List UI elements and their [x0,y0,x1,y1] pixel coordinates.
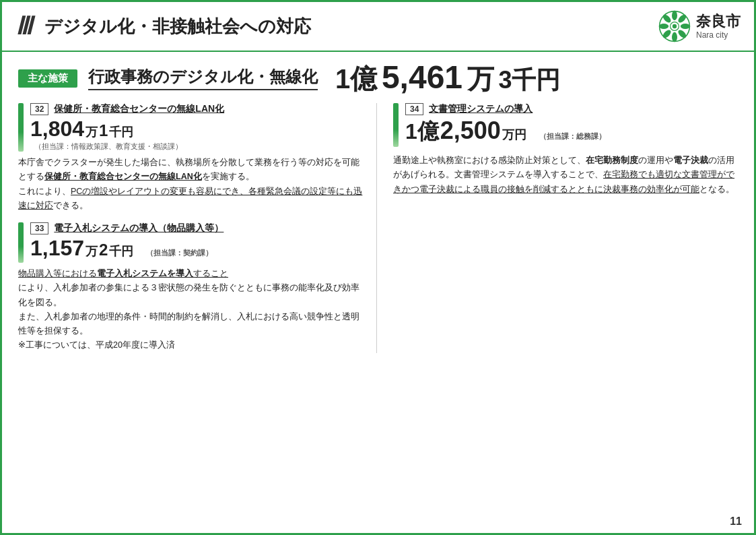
section-34-card: 34 文書管理システムの導入 1億 2,500 万円 （担当課：総務課） [393,103,738,147]
section-32-subtitle: 保健所・教育総合センターの無線LAN化 [54,103,224,115]
section-34-subtitle: 文書管理システムの導入 [429,103,532,115]
logo-text: 奈良市 Nara city [696,13,741,40]
svg-point-3 [681,24,690,29]
svg-point-7 [659,24,668,29]
page-title: デジタル化・非接触社会への対応 [44,15,658,38]
two-col-layout: 32 保健所・教育総合センターの無線LAN化 1,804 万 1 千円 （担当課… [18,103,738,353]
section-34-number: 34 [405,103,423,115]
section-34-bar [393,103,399,147]
section-33-number: 33 [30,222,48,234]
column-left: 32 保健所・教育総合センターの無線LAN化 1,804 万 1 千円 （担当課… [18,103,377,353]
section-33-num-row: 33 電子入札システムの導入（物品購入等） [30,222,363,234]
svg-point-8 [662,13,673,24]
section-32-charge: （担当課：情報政策課、教育支援・相談課） [34,141,363,152]
column-right: 34 文書管理システムの導入 1億 2,500 万円 （担当課：総務課） 通勤途… [377,103,738,353]
section-32-amount: 1,804 万 1 千円 [30,117,363,141]
section-34-charge: （担当課：総務課） [532,131,606,141]
section-33-content: 33 電子入札システムの導入（物品購入等） 1,157 万 2 千円 （担当課：… [30,222,363,263]
section-32-body: 本庁舎でクラスターが発生した場合に、執務場所を分散して業務を行う等の対応を可能と… [18,156,363,213]
main-content: 主な施策 行政事務のデジタル化・無線化 1億 5,461 万 3千円 32 [2,52,754,360]
section-33-body: 物品購入等における電子入札システムを導入すること により、入札参加者の参集による… [18,267,363,353]
header: Ⅲ デジタル化・非接触社会への対応 奈良市 Nara city [2,2,754,52]
section-32-num-row: 32 保健所・教育総合センターの無線LAN化 [30,103,363,115]
svg-point-4 [677,28,687,39]
section-34-amount: 1億 2,500 万円 （担当課：総務課） [405,117,738,147]
svg-point-5 [672,32,677,42]
section-32-bar [18,103,24,152]
section-33-card: 33 電子入札システムの導入（物品購入等） 1,157 万 2 千円 （担当課：… [18,222,363,263]
logo-area: 奈良市 Nara city [658,10,741,42]
logo-en: Nara city [696,30,728,40]
section-34-content: 34 文書管理システムの導入 1億 2,500 万円 （担当課：総務課） [405,103,738,147]
svg-point-6 [662,28,673,39]
logo-jp: 奈良市 [696,13,741,30]
section-33-amount: 1,157 万 2 千円 （担当課：契約課） [30,236,363,261]
page-container: Ⅲ デジタル化・非接触社会への対応 奈良市 Nara city [0,0,756,535]
svg-point-10 [673,24,677,28]
section-32-card: 32 保健所・教育総合センターの無線LAN化 1,804 万 1 千円 （担当課… [18,103,363,152]
policy-title: 行政事務のデジタル化・無線化 [88,66,318,90]
svg-point-2 [677,13,687,24]
policy-tag: 主な施策 [18,69,77,88]
svg-point-1 [672,11,677,20]
section-number: Ⅲ [15,12,32,40]
section-32-content: 32 保健所・教育総合センターの無線LAN化 1,804 万 1 千円 （担当課… [30,103,363,152]
page-number: 11 [730,515,742,528]
policy-banner: 主な施策 行政事務のデジタル化・無線化 1億 5,461 万 3千円 [18,59,738,98]
section-33-charge: （担当課：契約課） [139,248,213,258]
section-32-number: 32 [30,103,48,115]
section-33-subtitle: 電子入札システムの導入（物品購入等） [54,222,224,234]
section-34-body: 通勤途上や執務室における感染防止対策として、在宅勤務制度の運用や電子決裁の活用が… [393,154,738,197]
section-34-num-row: 34 文書管理システムの導入 [405,103,738,115]
logo-emblem-icon [658,10,691,42]
policy-amount: 1億 5,461 万 3千円 [335,59,560,98]
section-33-bar [18,222,24,263]
